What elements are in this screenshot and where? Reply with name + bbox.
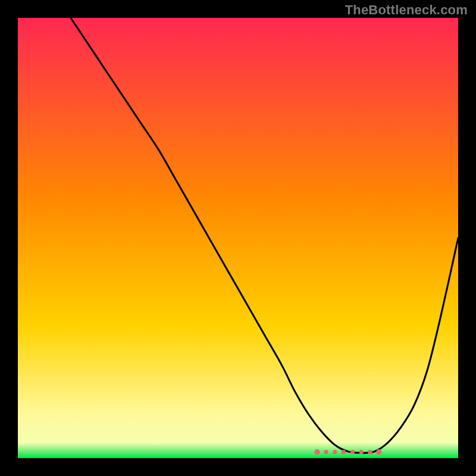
valley-dot bbox=[315, 449, 320, 455]
valley-dot bbox=[350, 450, 355, 454]
gradient-background bbox=[18, 18, 458, 458]
chart-frame: TheBottleneck.com bbox=[0, 0, 476, 476]
valley-dot bbox=[342, 450, 346, 454]
valley-dot bbox=[359, 450, 364, 454]
plot-area bbox=[18, 18, 458, 458]
valley-dot bbox=[368, 450, 372, 454]
valley-dot bbox=[333, 450, 337, 454]
valley-dot bbox=[376, 449, 381, 455]
valley-dot bbox=[324, 450, 328, 454]
plot-svg bbox=[18, 18, 458, 458]
watermark-text: TheBottleneck.com bbox=[345, 2, 468, 18]
